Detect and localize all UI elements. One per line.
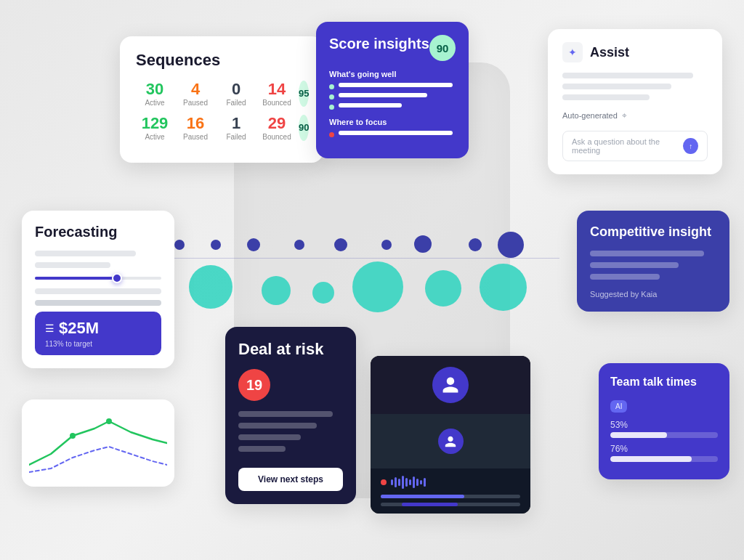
assist-line-2 (562, 84, 671, 89)
bubble-teal (262, 276, 291, 305)
score-bar-row (329, 83, 456, 90)
score-title: Score insights (329, 35, 429, 52)
deal-line-4 (238, 446, 286, 452)
seq-score-1: 95 (299, 81, 309, 107)
waveform-row (381, 476, 520, 489)
talk-row-1: 53% (610, 420, 718, 438)
line-chart-svg (29, 407, 167, 479)
bubble (498, 232, 524, 258)
bubble (247, 238, 260, 251)
score-bar-row (329, 93, 456, 100)
assist-icon: ✦ (562, 42, 583, 62)
recording-dot (381, 479, 387, 485)
deal-line-3 (238, 434, 301, 440)
talk-bar-fill-1 (610, 432, 667, 438)
assist-title: Assist (590, 45, 629, 60)
forecasting-card: Forecasting ☰ $25M 113% to target (22, 211, 174, 368)
talk-percent-2: 76% (610, 444, 718, 454)
svg-point-0 (70, 433, 76, 439)
forecast-line-3 (35, 288, 161, 294)
deal-line-1 (238, 411, 333, 417)
seq-failed-1: 0 Failed (217, 80, 255, 107)
score-bar-1 (339, 83, 453, 87)
bubble (414, 235, 432, 253)
forecast-line-4 (35, 300, 161, 306)
progress-track-1 (381, 495, 520, 498)
assist-placeholder: Ask a question about the meeting (572, 137, 683, 155)
suggested-label: Suggested by Kaia (590, 290, 716, 299)
bubble (469, 238, 482, 251)
bubble (381, 240, 392, 250)
where-to-focus-section: Where to focus (329, 118, 456, 138)
score-bar-3 (339, 103, 402, 107)
forecast-line-2 (35, 262, 110, 268)
send-button[interactable]: ↑ (683, 138, 698, 154)
talk-bar-bg-2 (610, 456, 718, 462)
score-header: Score insights 90 (329, 35, 456, 61)
bubble-teal (312, 282, 334, 304)
section1-title: What's going well (329, 70, 456, 78)
deal-line-2 (238, 423, 317, 429)
team-talk-title: Team talk times (610, 375, 718, 390)
progress-track-2 (381, 503, 520, 506)
seq-paused-1: 4 Paused (177, 80, 214, 107)
what-going-well-section: What's going well (329, 70, 456, 110)
bubble (211, 240, 221, 250)
talk-percent-1: 53% (610, 420, 718, 430)
deal-count-badge: 19 (238, 369, 270, 401)
bubble (174, 240, 185, 250)
assist-autogenerated: Auto-generated ⌖ (562, 110, 708, 121)
meeting-controls (371, 468, 530, 514)
competitive-title: Competitive insight (590, 224, 716, 240)
talk-bar-bg-1 (610, 432, 718, 438)
score-dot-3 (329, 105, 334, 110)
bubble (294, 240, 304, 250)
meeting-video-top (371, 356, 530, 414)
score-insights-card: Score insights 90 What's going well Wher… (316, 22, 469, 158)
bubble-teal (352, 261, 403, 312)
sequences-row-2: 129 Active 16 Paused 1 Failed 29 Bounced… (136, 114, 307, 141)
sequences-card: Sequences 30 Active 4 Paused 0 Failed 14… (120, 36, 323, 163)
forecast-title: Forecasting (35, 224, 161, 240)
score-dot-1 (329, 84, 334, 89)
focus-bar-row (329, 131, 456, 138)
bubble (334, 238, 347, 251)
wave-bars (391, 476, 426, 489)
seq-bounced-1: 14 Bounced (258, 80, 296, 107)
focus-bar-1 (339, 131, 453, 135)
slider-thumb[interactable] (112, 273, 122, 283)
seq-bounced-2: 29 Bounced (258, 114, 296, 141)
bubble-chart (167, 218, 559, 349)
seq-failed-2: 1 Failed (217, 114, 255, 141)
competitive-line-2 (590, 262, 679, 268)
assist-input-area[interactable]: Ask a question about the meeting ↑ (562, 131, 708, 161)
section2-title: Where to focus (329, 118, 456, 126)
assist-line-3 (562, 94, 650, 100)
deal-title: Deal at risk (238, 340, 343, 359)
assist-card: ✦ Assist Auto-generated ⌖ Ask a question… (548, 29, 722, 174)
slider-fill (35, 277, 117, 280)
meeting-secondary (371, 414, 530, 468)
team-talk-times-card: Team talk times AI 53% 76% (599, 363, 729, 479)
score-bar-2 (339, 93, 427, 97)
competitive-insight-card: Competitive insight Suggested by Kaia (577, 211, 729, 312)
pin-icon: ⌖ (622, 110, 627, 121)
auto-generated-label: Auto-generated (562, 111, 618, 120)
bubble-teal (480, 264, 527, 311)
score-badge: 90 (429, 35, 456, 61)
meeting-avatar-2 (438, 429, 464, 454)
svg-point-1 (106, 418, 112, 424)
competitive-line-1 (590, 251, 704, 256)
meeting-card (371, 356, 530, 514)
forecast-slider[interactable] (35, 277, 161, 280)
seq-score-2: 90 (299, 115, 309, 141)
sequences-row-1: 30 Active 4 Paused 0 Failed 14 Bounced 9… (136, 80, 307, 107)
focus-dot-1 (329, 132, 334, 137)
forecast-target: 113% to target (45, 340, 151, 348)
view-next-steps-button[interactable]: View next steps (238, 468, 343, 491)
sequences-title: Sequences (136, 51, 307, 70)
talk-row-2: 76% (610, 444, 718, 462)
team-label-badge: AI (610, 400, 627, 413)
slider-track (35, 277, 161, 280)
forecast-amount: $25M (59, 319, 99, 338)
